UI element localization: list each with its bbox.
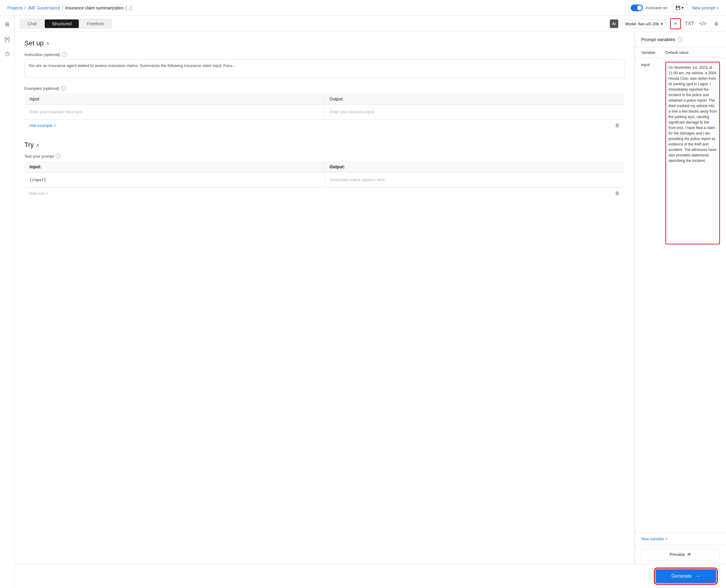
nav-right: Autosave on 💾 ▾ New prompt + (631, 3, 719, 12)
instruction-info-icon[interactable]: i (62, 52, 67, 57)
examples-section: Examples (optional) i Input: Output: (24, 86, 625, 131)
preview-button[interactable]: Preview 👁 (641, 549, 720, 560)
add-example-icon: + (54, 123, 56, 128)
new-variable-button[interactable]: New variable + (641, 537, 667, 541)
sidebar-icons: ⊞ [•] ◷ (0, 16, 15, 588)
new-test-label: New test (29, 191, 45, 196)
output-col-header: Output: (325, 93, 625, 105)
variable-value-box[interactable]: On November 1st, 2023, at 11:00 am, my v… (665, 62, 720, 245)
ai-badge: AI (610, 20, 618, 28)
code-view-icon-button[interactable]: </> (698, 19, 708, 28)
examples-table: Input: Output: Enter your example input … (24, 93, 625, 119)
new-test-row: New test + 🗑 (24, 187, 625, 199)
generate-label: Generate (671, 573, 692, 579)
close-x-button[interactable]: × (670, 18, 681, 29)
try-title: Try (24, 141, 34, 149)
left-panel: Set up ∧ Instruction (optional) i You ar… (15, 32, 635, 564)
top-nav: Projects / JMF Governance / Insurance cl… (0, 0, 726, 16)
model-selector[interactable]: Model: flan-ul2-20b ▾ (622, 20, 666, 28)
test-input-col-header: Input: (25, 161, 325, 172)
save-icon: 💾 (676, 5, 680, 10)
example-input-cell[interactable]: Enter your example input here. (25, 105, 325, 119)
test-prompt-info-icon[interactable]: i (56, 154, 61, 159)
delete-test-icon[interactable]: 🗑 (615, 190, 620, 196)
test-row: {input} Generated output appears here. (25, 172, 625, 187)
variables-body: input On November 1st, 2023, at 11:00 am… (635, 58, 726, 532)
new-test-icon: + (46, 191, 48, 196)
test-table: Input: Output: {input} Generated output … (24, 161, 625, 187)
input-col-header: Input: (25, 93, 325, 105)
new-prompt-plus-icon: + (716, 5, 719, 10)
examples-info-icon[interactable]: i (61, 86, 66, 91)
tab-freeform[interactable]: Freeform (80, 20, 111, 28)
content-area: Chat Structured Freeform AI Model: flan-… (15, 16, 726, 588)
save-button[interactable]: 💾 ▾ (672, 3, 687, 12)
tab-structured[interactable]: Structured (45, 20, 79, 28)
sep1: / (25, 5, 26, 10)
current-page: Insurance claim summarization (65, 5, 124, 10)
breadcrumb: Projects / JMF Governance / Insurance cl… (7, 5, 131, 10)
examples-label: Examples (optional) i (24, 86, 625, 91)
instruction-textarea[interactable]: You are an insurance agent tasked to ass… (24, 59, 625, 78)
setup-header: Set up ∧ (24, 39, 625, 47)
main-split: Set up ∧ Instruction (optional) i You ar… (15, 32, 726, 564)
test-output-cell: Generated output appears here. (325, 172, 625, 187)
delete-example-icon[interactable]: 🗑 (615, 123, 620, 128)
autosave-switch[interactable] (631, 4, 643, 11)
tab-bar-right: AI Model: flan-ul2-20b ▾ × TXT </> ⚙ (610, 18, 721, 29)
app-layout: ⊞ [•] ◷ Chat Structured Freeform AI Mode… (0, 16, 726, 588)
test-output-col-header: Output: (325, 161, 625, 172)
autosave-toggle[interactable]: Autosave on (631, 4, 667, 11)
new-test-button[interactable]: New test + (29, 191, 48, 196)
tab-group: Chat Structured Freeform (20, 19, 112, 29)
new-prompt-label: New prompt (692, 5, 715, 10)
prompt-variables-info-icon[interactable]: i (678, 37, 683, 42)
default-col-header: Default value (665, 50, 720, 55)
preview-row: Preview 👁 (635, 545, 726, 564)
prompt-variables-header: Prompt variables i (635, 32, 726, 47)
txt-icon-button[interactable]: TXT (685, 19, 695, 28)
preview-label: Preview (670, 552, 685, 557)
instruction-label: Instruction (optional) i (24, 52, 625, 57)
sidebar-layout-icon[interactable]: ⊞ (2, 20, 12, 29)
example-output-cell[interactable]: Enter your desired output. (325, 105, 625, 119)
variables-table-header: Variable Default value (635, 47, 726, 58)
new-variable-icon: + (665, 537, 667, 541)
autosave-label: Autosave on (645, 5, 667, 10)
new-variable-label: New variable (641, 537, 664, 541)
try-section: Try ∧ Test your prompt i Input: Output: (24, 141, 625, 199)
add-example-label: Add example (29, 123, 52, 128)
new-prompt-button[interactable]: New prompt + (692, 5, 719, 10)
add-example-row: Add example + 🗑 (24, 119, 625, 131)
sidebar-history-icon[interactable]: ◷ (2, 49, 12, 59)
add-example-button[interactable]: Add example + (29, 123, 56, 128)
variable-name: input (641, 62, 662, 67)
sidebar-code-icon[interactable]: [•] (2, 34, 12, 44)
new-variable-row: New variable + (635, 532, 726, 545)
model-chevron-icon: ▾ (661, 22, 663, 26)
tab-bar: Chat Structured Freeform AI Model: flan-… (15, 16, 726, 32)
settings-icon-button[interactable]: ⚙ (711, 19, 721, 28)
projects-link[interactable]: Projects (7, 5, 23, 10)
variable-row: input On November 1st, 2023, at 11:00 am… (641, 62, 720, 245)
variable-col-header: Variable (641, 50, 665, 55)
test-prompt-label: Test your prompt i (24, 154, 625, 159)
sep2: / (62, 5, 63, 10)
try-header: Try ∧ (24, 141, 625, 149)
governance-link[interactable]: JMF Governance (27, 5, 60, 10)
generate-arrow-icon: → (695, 573, 700, 579)
chevron-icon: ▾ (682, 5, 684, 10)
generate-bar: Generate → (15, 564, 726, 588)
test-input-cell[interactable]: {input} (25, 172, 325, 187)
right-panel: Prompt variables i Variable Default valu… (635, 32, 726, 564)
generate-button[interactable]: Generate → (656, 569, 716, 583)
model-label: Model: flan-ul2-20b (625, 22, 659, 26)
setup-title: Set up (24, 39, 44, 47)
setup-collapse-button[interactable]: ∧ (46, 41, 49, 46)
tab-chat[interactable]: Chat (20, 20, 44, 28)
example-row: Enter your example input here. Enter you… (25, 105, 625, 119)
try-collapse-button[interactable]: ∧ (36, 143, 39, 147)
prompt-variables-title: Prompt variables (641, 37, 676, 42)
preview-eye-icon: 👁 (687, 552, 691, 557)
ellipsis: [...] (126, 5, 131, 10)
